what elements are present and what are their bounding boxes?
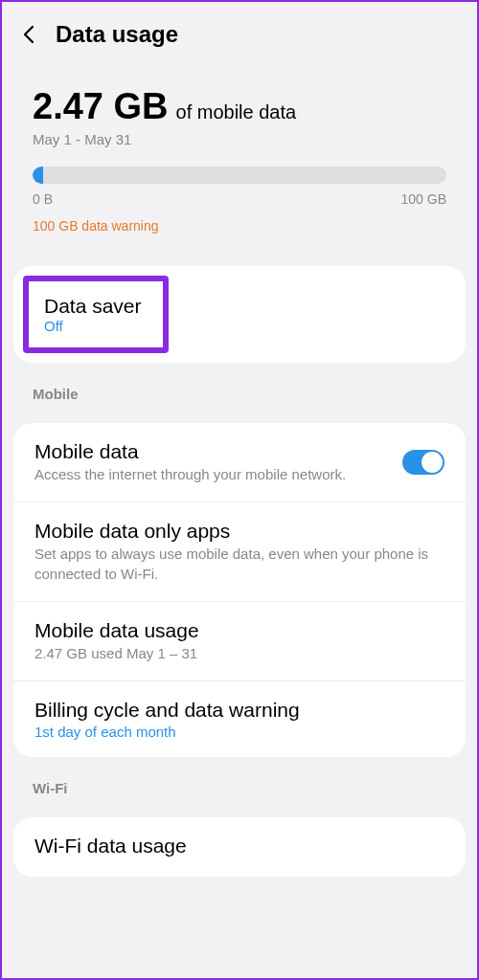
data-saver-status: Off <box>44 318 142 334</box>
mobile-only-apps-desc: Set apps to always use mobile data, even… <box>34 545 445 584</box>
toggle-knob <box>422 452 443 473</box>
wifi-data-usage-title: Wi-Fi data usage <box>34 835 445 858</box>
data-saver-title: Data saver <box>44 295 142 318</box>
section-label-mobile: Mobile <box>2 363 477 408</box>
wifi-data-usage-item[interactable]: Wi-Fi data usage <box>13 817 466 877</box>
page-title: Data usage <box>56 21 178 48</box>
section-label-wifi: Wi-Fi <box>2 757 477 802</box>
data-warning-text: 100 GB data warning <box>33 218 446 234</box>
mobile-only-apps-title: Mobile data only apps <box>34 520 445 543</box>
mobile-data-title: Mobile data <box>34 440 387 463</box>
mobile-only-apps-item[interactable]: Mobile data only apps Set apps to always… <box>13 502 466 602</box>
back-icon[interactable] <box>17 23 40 46</box>
highlight-annotation: Data saver Off <box>23 276 169 353</box>
mobile-data-item[interactable]: Mobile data Access the internet through … <box>13 423 466 502</box>
mobile-data-desc: Access the internet through your mobile … <box>34 465 387 484</box>
mobile-data-usage-title: Mobile data usage <box>34 619 445 642</box>
header: Data usage <box>2 2 477 59</box>
progress-min: 0 B <box>33 191 53 207</box>
data-saver-card[interactable]: Data saver Off <box>13 266 466 363</box>
progress-labels: 0 B 100 GB <box>33 191 446 207</box>
wifi-settings-card: Wi-Fi data usage <box>13 817 466 877</box>
usage-summary: 2.47 GB of mobile data May 1 - May 31 0 … <box>2 59 477 251</box>
progress-max: 100 GB <box>401 191 446 207</box>
usage-label: of mobile data <box>176 101 297 123</box>
usage-value: 2.47 GB <box>33 86 169 127</box>
usage-progress-fill <box>33 167 43 184</box>
mobile-data-usage-desc: 2.47 GB used May 1 – 31 <box>34 644 445 663</box>
date-range: May 1 - May 31 <box>33 131 446 147</box>
usage-progress-bar <box>33 167 446 184</box>
mobile-data-toggle[interactable] <box>402 450 445 475</box>
mobile-settings-card: Mobile data Access the internet through … <box>13 423 466 757</box>
billing-cycle-title: Billing cycle and data warning <box>34 699 445 722</box>
billing-cycle-item[interactable]: Billing cycle and data warning 1st day o… <box>13 681 466 757</box>
mobile-data-usage-item[interactable]: Mobile data usage 2.47 GB used May 1 – 3… <box>13 602 466 681</box>
billing-cycle-desc: 1st day of each month <box>34 724 445 740</box>
